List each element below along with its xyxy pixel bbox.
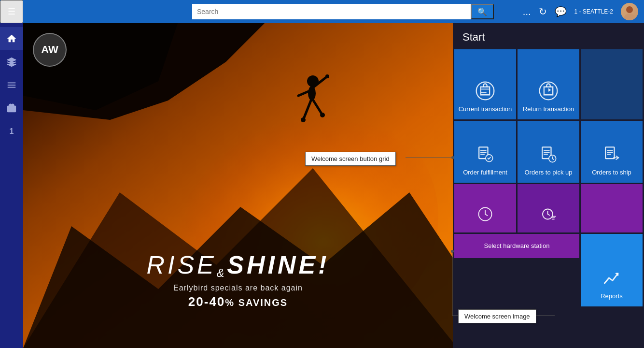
sidebar-item-inventory[interactable] — [0, 97, 23, 120]
aw-logo: AW — [33, 33, 67, 67]
store-info: 1 - SEATTLE-2 — [574, 8, 613, 15]
placeholder-button — [581, 49, 643, 119]
orders-ship-label: Orders to ship — [592, 169, 631, 177]
orders-ship-button[interactable]: Orders to ship — [581, 121, 643, 183]
headline-bold: SHINE! — [227, 251, 329, 279]
svg-rect-3 — [8, 85, 16, 86]
chat-icon[interactable]: 💬 — [555, 6, 567, 17]
headline-regular: RISE — [146, 251, 216, 279]
more-options-icon[interactable]: ... — [523, 6, 531, 17]
time-entries-icon — [540, 205, 557, 223]
time-clock-button[interactable] — [454, 184, 516, 232]
return-transaction-label: Return transaction — [523, 105, 574, 114]
svg-point-17 — [301, 117, 306, 122]
return-transaction-icon — [538, 80, 559, 102]
earlybird-text: Earlybird specials are back again — [146, 284, 329, 292]
svg-point-1 — [624, 14, 635, 20]
time-entries-button[interactable] — [518, 184, 579, 232]
search-button[interactable]: 🔍 — [471, 4, 494, 19]
climber-silhouette — [289, 67, 337, 165]
hamburger-icon: ☰ — [8, 6, 15, 17]
button-grid: Current transaction Return transaction O — [453, 49, 644, 232]
right-panel: Start Current transaction Return transac… — [453, 23, 644, 348]
hamburger-button[interactable]: ☰ — [0, 0, 23, 23]
user-avatar[interactable] — [621, 3, 638, 20]
badge-number: 1 — [10, 127, 14, 136]
top-bar-actions: ... ↻ 💬 1 - SEATTLE-2 — [523, 3, 644, 20]
savings-text: 20-40% SAVINGS — [146, 294, 329, 309]
orders-pickup-icon — [538, 144, 559, 165]
current-transaction-button[interactable]: Current transaction — [454, 49, 516, 119]
button-grid-row4: Select hardware station Reports — [453, 234, 644, 306]
return-transaction-button[interactable]: Return transaction — [518, 49, 579, 119]
svg-point-18 — [320, 113, 325, 117]
search-bar: 🔍 — [192, 4, 494, 19]
sidebar: 1 — [0, 23, 23, 348]
order-fulfillment-label: Order fulfillment — [463, 169, 507, 177]
select-hardware-label-button[interactable]: Select hardware station — [454, 234, 579, 258]
time-clock-icon — [476, 205, 494, 223]
headline: RISE&SHINE! — [146, 250, 329, 280]
sidebar-item-products[interactable] — [0, 50, 23, 73]
welcome-text: RISE&SHINE! Earlybird specials are back … — [146, 250, 329, 309]
current-transaction-label: Current transaction — [459, 105, 512, 114]
search-icon: 🔍 — [477, 7, 487, 16]
svg-point-20 — [476, 82, 494, 100]
reports-icon — [601, 267, 622, 289]
svg-line-15 — [303, 98, 312, 120]
reports-label: Reports — [601, 292, 623, 301]
svg-rect-4 — [8, 87, 16, 88]
welcome-screen: AW RISE&SHINE! Earlybird specials are ba… — [23, 23, 453, 348]
refresh-icon[interactable]: ↻ — [539, 6, 547, 17]
svg-point-0 — [626, 6, 633, 13]
order-fulfillment-button[interactable]: Order fulfillment — [454, 121, 516, 183]
search-input[interactable] — [192, 4, 471, 19]
orders-pickup-label: Orders to pick up — [525, 169, 573, 177]
welcome-image: AW RISE&SHINE! Earlybird specials are ba… — [23, 23, 453, 348]
savings-range: 20-40 — [188, 294, 225, 309]
svg-point-19 — [325, 74, 329, 78]
sidebar-item-badge[interactable]: 1 — [0, 120, 23, 143]
sidebar-item-home[interactable] — [0, 27, 23, 50]
headline-separator: & — [217, 261, 227, 276]
order-fulfillment-icon — [475, 144, 496, 165]
reports-button[interactable]: Reports — [581, 234, 643, 306]
select-hardware-station-button[interactable] — [581, 184, 643, 232]
orders-pickup-button[interactable]: Orders to pick up — [518, 121, 579, 183]
svg-line-16 — [312, 98, 322, 115]
sidebar-item-menu[interactable] — [0, 73, 23, 97]
savings-suffix: % SAVINGS — [225, 297, 288, 308]
top-bar: ☰ 🔍 ... ↻ 💬 1 - SEATTLE-2 — [0, 0, 644, 23]
current-transaction-icon — [475, 80, 496, 102]
select-hardware-station-label: Select hardware station — [484, 242, 550, 250]
orders-ship-icon — [601, 144, 622, 165]
start-title: Start — [453, 23, 644, 49]
svg-rect-2 — [8, 83, 16, 84]
